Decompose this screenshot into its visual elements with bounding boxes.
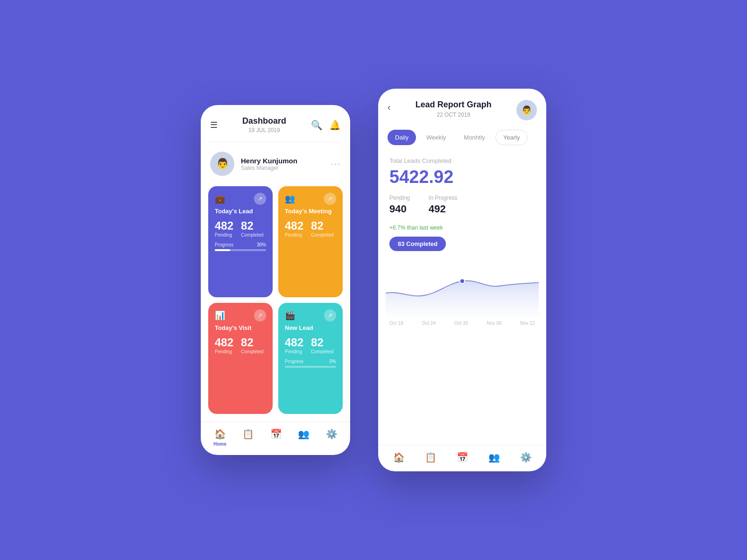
new-lead-card-arrow[interactable]: ↗ <box>324 309 336 322</box>
rph-team-icon: 👥 <box>488 452 500 463</box>
header-center: Dashboard 19 JUL 2019 <box>242 116 286 133</box>
rph-nav-calendar[interactable]: 📅 <box>457 452 468 463</box>
nav-reports[interactable]: 📋 <box>242 428 254 447</box>
todays-meeting-card[interactable]: 👥 ↗ Today's Meeting 482 Pending 82 Compl… <box>278 186 343 297</box>
growth-text: +6.7% than last week <box>389 224 535 231</box>
rph-reports-icon: 📋 <box>425 452 437 463</box>
pending-stat: Pending 940 <box>389 195 410 215</box>
new-lead-completed-lbl: Completed <box>311 349 333 354</box>
tab-weekly[interactable]: Weekly <box>419 130 453 145</box>
header-divider <box>210 142 341 142</box>
left-phone-header: ☰ Dashboard 19 JUL 2019 🔍 🔔 <box>201 105 350 138</box>
tab-yearly[interactable]: Yearly <box>495 130 528 145</box>
profile-role: Sales Manager <box>241 165 297 171</box>
right-header-center: Lead Report Graph 22 OCT 2019 <box>416 100 492 118</box>
visit-card-stats: 482 Pending 82 Completed <box>215 337 266 354</box>
total-leads-value: 5422.92 <box>389 167 535 187</box>
todays-lead-card[interactable]: 💼 ↗ Today's Lead 482 Pending 82 Complete… <box>208 186 273 297</box>
user-avatar: 👨 <box>210 152 234 176</box>
bell-icon[interactable]: 🔔 <box>329 119 341 131</box>
lead-report-phone: ‹ Lead Report Graph 22 OCT 2019 👨 Daily … <box>378 89 546 471</box>
new-lead-pending-lbl: Pending <box>285 349 303 354</box>
visit-card-title: Today's Visit <box>215 324 266 331</box>
cards-grid: 💼 ↗ Today's Lead 482 Pending 82 Complete… <box>201 182 350 421</box>
tab-daily[interactable]: Daily <box>388 130 416 145</box>
visit-completed-val: 82 <box>241 337 263 348</box>
lead-pending: 482 Pending <box>215 220 233 238</box>
new-lead-card-title: New Lead <box>285 324 336 331</box>
meeting-completed-val: 82 <box>311 220 333 231</box>
pending-label: Pending <box>389 195 410 201</box>
team-nav-icon: 👥 <box>298 428 310 440</box>
report-date: 22 OCT 2019 <box>416 112 492 118</box>
inprogress-label: In Progress <box>429 195 457 201</box>
hamburger-icon[interactable]: ☰ <box>210 120 218 130</box>
meeting-completed: 82 Completed <box>311 220 333 238</box>
search-icon[interactable]: 🔍 <box>311 119 323 131</box>
meeting-pending: 482 Pending <box>285 220 303 238</box>
new-lead-card[interactable]: 🎬 ↗ New Lead 482 Pending 82 Completed Pr… <box>278 303 343 414</box>
x-label-2: Oct 30 <box>454 321 468 326</box>
lead-card-title: Today's Lead <box>215 208 266 215</box>
report-title: Lead Report Graph <box>416 100 492 110</box>
nav-team[interactable]: 👥 <box>298 428 310 447</box>
chart-x-labels: Oct 18 Oct 24 Oct 30 Nov 06 Nov 12 <box>386 319 539 326</box>
report-avatar: 👨 <box>516 100 537 120</box>
nav-home[interactable]: 🏠 Home <box>213 428 226 447</box>
rph-home-icon: 🏠 <box>393 452 405 463</box>
profile-info: Henry Kunjumon Sales Manager <box>241 157 297 171</box>
pending-inprogress-row: Pending 940 In Progress 492 <box>389 195 535 215</box>
rph-nav-team[interactable]: 👥 <box>488 452 500 463</box>
total-leads-label: Total Leads Completed <box>389 157 535 164</box>
tab-monthly[interactable]: Monhtly <box>456 130 493 145</box>
stats-section: Total Leads Completed 5422.92 Pending 94… <box>378 153 546 255</box>
rph-nav-home[interactable]: 🏠 <box>393 452 405 463</box>
lead-chart <box>386 255 539 317</box>
lead-pending-lbl: Pending <box>215 232 233 238</box>
x-label-1: Oct 24 <box>422 321 436 326</box>
calendar-nav-icon: 📅 <box>270 428 282 440</box>
inprogress-stat: In Progress 492 <box>429 195 457 215</box>
visit-completed-lbl: Completed <box>241 349 263 354</box>
more-options-button[interactable]: ··· <box>331 159 341 169</box>
lead-completed-val: 82 <box>241 220 263 231</box>
new-lead-pending: 482 Pending <box>285 337 303 354</box>
chart-dot <box>460 279 465 283</box>
completed-badge: 83 Completed <box>389 237 446 251</box>
report-tabs: Daily Weekly Monhtly Yearly <box>378 125 546 153</box>
back-button[interactable]: ‹ <box>388 100 391 112</box>
meeting-card-title: Today's Meeting <box>285 208 336 215</box>
dashboard-date: 19 JUL 2019 <box>242 127 286 133</box>
lead-completed-lbl: Completed <box>241 232 263 238</box>
lead-card-stats: 482 Pending 82 Completed <box>215 220 266 238</box>
pending-value: 940 <box>389 203 410 215</box>
visit-pending-val: 482 <box>215 337 233 348</box>
meeting-card-stats: 482 Pending 82 Completed <box>285 220 336 238</box>
meeting-card-arrow[interactable]: ↗ <box>324 193 336 205</box>
settings-nav-icon: ⚙️ <box>326 428 338 440</box>
nav-calendar[interactable]: 📅 <box>270 428 282 447</box>
new-lead-progress-row: Progress 0% <box>285 359 336 364</box>
new-lead-progress-bg <box>285 366 336 368</box>
visit-completed: 82 Completed <box>241 337 263 354</box>
meeting-completed-lbl: Completed <box>311 232 333 238</box>
new-lead-pending-val: 482 <box>285 337 303 348</box>
x-label-3: Nov 06 <box>487 321 502 326</box>
visit-card-arrow[interactable]: ↗ <box>254 309 266 322</box>
dashboard-phone: ☰ Dashboard 19 JUL 2019 🔍 🔔 👨 Henry Kunj… <box>201 105 350 455</box>
x-label-4: Nov 12 <box>520 321 535 326</box>
new-lead-card-stats: 482 Pending 82 Completed <box>285 337 336 354</box>
meeting-pending-lbl: Pending <box>285 232 303 238</box>
header-icons: 🔍 🔔 <box>311 119 341 131</box>
profile-name: Henry Kunjumon <box>241 157 297 165</box>
profile-row: 👨 Henry Kunjumon Sales Manager ··· <box>201 146 350 182</box>
reports-nav-icon: 📋 <box>242 428 254 440</box>
nav-settings[interactable]: ⚙️ <box>326 428 338 447</box>
chart-fill <box>386 281 539 317</box>
rph-nav-settings[interactable]: ⚙️ <box>520 452 532 463</box>
chart-area: Oct 18 Oct 24 Oct 30 Nov 06 Nov 12 <box>378 255 546 445</box>
rph-nav-reports[interactable]: 📋 <box>425 452 437 463</box>
x-label-0: Oct 18 <box>389 321 403 326</box>
todays-visit-card[interactable]: 📊 ↗ Today's Visit 482 Pending 82 Complet… <box>208 303 273 414</box>
lead-card-arrow[interactable]: ↗ <box>254 193 266 205</box>
